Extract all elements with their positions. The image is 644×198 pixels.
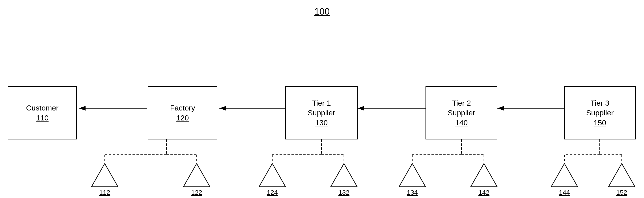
triangle-122-label: 122 bbox=[191, 189, 202, 196]
triangle-124: 124 bbox=[258, 162, 286, 196]
tier3-number: 150 bbox=[594, 118, 606, 128]
triangle-142: 142 bbox=[470, 162, 498, 196]
tier3-label-line1: Tier 3 bbox=[590, 98, 610, 108]
triangle-112: 112 bbox=[90, 162, 119, 196]
svg-marker-32 bbox=[608, 163, 635, 187]
tier1-node: Tier 1 Supplier 130 bbox=[285, 86, 358, 139]
svg-marker-27 bbox=[259, 163, 286, 187]
svg-marker-30 bbox=[471, 163, 497, 187]
diagram-container: 100 bbox=[0, 0, 644, 198]
triangle-134: 134 bbox=[398, 162, 426, 196]
triangle-112-label: 112 bbox=[99, 189, 110, 196]
triangle-134-shape bbox=[398, 162, 426, 188]
triangle-112-shape bbox=[90, 162, 119, 188]
tier2-label-line1: Tier 2 bbox=[452, 98, 471, 108]
tier1-label-line2: Supplier bbox=[308, 108, 335, 118]
customer-node: Customer 110 bbox=[8, 86, 77, 139]
tier1-label-line1: Tier 1 bbox=[312, 98, 331, 108]
factory-number: 120 bbox=[176, 113, 189, 123]
triangle-124-label: 124 bbox=[267, 189, 278, 196]
triangle-124-shape bbox=[258, 162, 286, 188]
triangle-132-shape bbox=[330, 162, 358, 188]
triangle-142-shape bbox=[470, 162, 498, 188]
customer-label: Customer bbox=[26, 103, 58, 113]
triangle-142-label: 142 bbox=[478, 189, 490, 196]
svg-marker-28 bbox=[331, 163, 357, 187]
tier2-node: Tier 2 Supplier 140 bbox=[426, 86, 498, 139]
triangle-144-label: 144 bbox=[559, 189, 570, 196]
tier1-number: 130 bbox=[315, 118, 328, 128]
tier2-number: 140 bbox=[455, 118, 468, 128]
triangle-144-shape bbox=[550, 162, 579, 188]
factory-node: Factory 120 bbox=[148, 86, 218, 139]
triangle-152-shape bbox=[608, 162, 636, 188]
tier3-node: Tier 3 Supplier 150 bbox=[564, 86, 636, 139]
customer-number: 110 bbox=[36, 113, 49, 123]
svg-marker-31 bbox=[551, 163, 578, 187]
triangle-134-label: 134 bbox=[407, 189, 418, 196]
svg-marker-26 bbox=[184, 163, 210, 187]
triangle-122-shape bbox=[182, 162, 211, 188]
factory-label: Factory bbox=[170, 103, 195, 113]
triangle-132: 132 bbox=[330, 162, 358, 196]
tier2-label-line2: Supplier bbox=[448, 108, 475, 118]
svg-marker-25 bbox=[92, 163, 118, 187]
diagram-title: 100 bbox=[314, 6, 330, 17]
triangle-152-label: 152 bbox=[616, 189, 627, 196]
svg-marker-29 bbox=[399, 163, 426, 187]
triangle-152: 152 bbox=[608, 162, 636, 196]
triangle-132-label: 132 bbox=[338, 189, 350, 196]
triangle-122: 122 bbox=[182, 162, 211, 196]
triangle-144: 144 bbox=[550, 162, 579, 196]
tier3-label-line2: Supplier bbox=[586, 108, 614, 118]
